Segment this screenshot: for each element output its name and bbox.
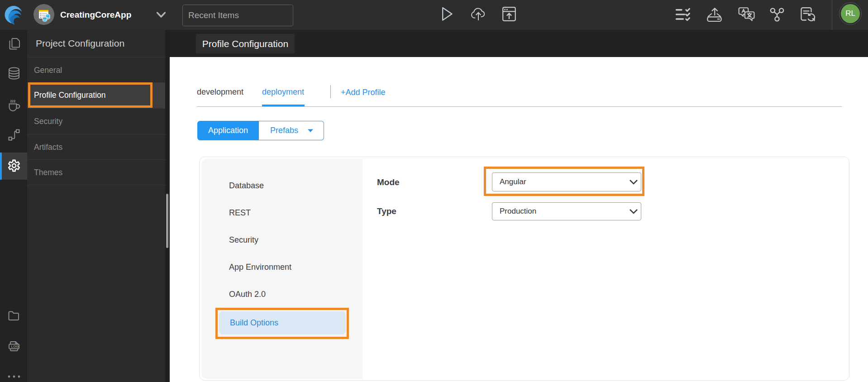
svg-text:LOG: LOG <box>11 344 19 349</box>
